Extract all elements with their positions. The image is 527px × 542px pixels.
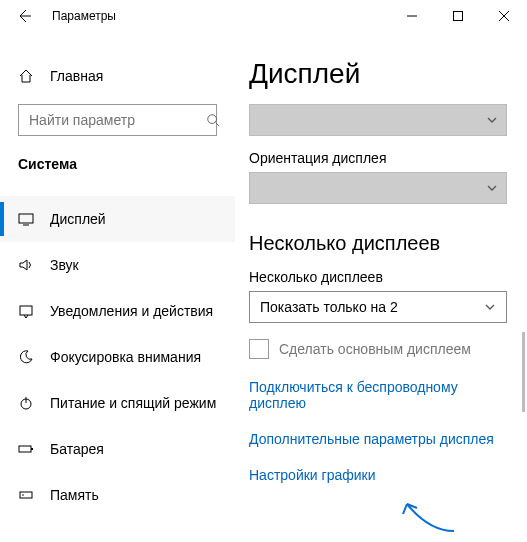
svg-rect-7 — [20, 492, 32, 498]
sidebar-item-battery[interactable]: Батарея — [0, 426, 235, 472]
svg-point-8 — [22, 494, 24, 496]
resolution-dropdown[interactable] — [249, 104, 507, 136]
battery-icon — [18, 441, 34, 457]
scrollbar[interactable] — [522, 332, 525, 412]
sidebar-item-label: Звук — [50, 257, 79, 273]
link-wireless-display[interactable]: Подключиться к беспроводному дисплею — [249, 379, 507, 411]
sidebar-nav: Дисплей Звук Уведомления и действия — [0, 196, 235, 518]
sidebar-item-display[interactable]: Дисплей — [0, 196, 235, 242]
search-field[interactable] — [27, 111, 206, 129]
sidebar-item-storage[interactable]: Память — [0, 472, 235, 518]
multi-displays-label: Несколько дисплеев — [249, 269, 507, 285]
minimize-icon — [407, 11, 417, 21]
sidebar-item-notifications[interactable]: Уведомления и действия — [0, 288, 235, 334]
maximize-icon — [453, 11, 463, 21]
make-main-display-label: Сделать основным дисплеем — [279, 341, 471, 357]
minimize-button[interactable] — [389, 0, 435, 32]
power-icon — [18, 395, 34, 411]
svg-rect-5 — [19, 446, 31, 452]
sound-icon — [18, 257, 34, 273]
multi-displays-title: Несколько дисплеев — [249, 232, 507, 255]
chevron-down-icon — [486, 182, 498, 194]
window-title: Параметры — [52, 9, 116, 23]
sidebar-item-sound[interactable]: Звук — [0, 242, 235, 288]
sidebar-item-focus[interactable]: Фокусировка внимания — [0, 334, 235, 380]
search-icon — [206, 113, 220, 127]
make-main-display-row: Сделать основным дисплеем — [249, 339, 507, 359]
svg-rect-3 — [20, 306, 32, 315]
chevron-down-icon — [484, 301, 496, 313]
annotation-arrow-icon — [399, 496, 459, 536]
display-icon — [18, 211, 34, 227]
sidebar-item-label: Память — [50, 487, 99, 503]
maximize-button[interactable] — [435, 0, 481, 32]
sidebar-section-label: Система — [0, 150, 235, 182]
arrow-left-icon — [16, 8, 32, 24]
svg-point-1 — [208, 115, 217, 124]
page-title: Дисплей — [249, 58, 507, 90]
make-main-display-checkbox[interactable] — [249, 339, 269, 359]
home-icon — [18, 68, 34, 84]
svg-rect-0 — [454, 12, 463, 21]
sidebar-home-label: Главная — [50, 68, 103, 84]
orientation-label: Ориентация дисплея — [249, 150, 507, 166]
link-graphics-settings[interactable]: Настройки графики — [249, 467, 376, 483]
focus-icon — [18, 349, 34, 365]
chevron-down-icon — [486, 114, 498, 126]
notifications-icon — [18, 303, 34, 319]
titlebar: Параметры — [0, 0, 527, 32]
sidebar-item-label: Питание и спящий режим — [50, 395, 216, 411]
search-input[interactable] — [18, 104, 217, 136]
sidebar-item-label: Уведомления и действия — [50, 303, 213, 319]
orientation-dropdown[interactable] — [249, 172, 507, 204]
content: Дисплей Ориентация дисплея Несколько дис… — [235, 32, 527, 542]
svg-rect-6 — [31, 448, 33, 450]
multi-displays-dropdown[interactable]: Показать только на 2 — [249, 291, 507, 323]
sidebar-home[interactable]: Главная — [0, 58, 235, 94]
sidebar-item-label: Фокусировка внимания — [50, 349, 201, 365]
link-advanced-display[interactable]: Дополнительные параметры дисплея — [249, 431, 494, 447]
sidebar-item-label: Батарея — [50, 441, 104, 457]
multi-displays-value: Показать только на 2 — [260, 299, 398, 315]
close-icon — [499, 11, 509, 21]
svg-rect-2 — [19, 214, 33, 223]
back-button[interactable] — [6, 0, 42, 32]
storage-icon — [18, 487, 34, 503]
sidebar-item-label: Дисплей — [50, 211, 106, 227]
sidebar: Главная Система Дисплей — [0, 32, 235, 542]
close-button[interactable] — [481, 0, 527, 32]
sidebar-item-power[interactable]: Питание и спящий режим — [0, 380, 235, 426]
